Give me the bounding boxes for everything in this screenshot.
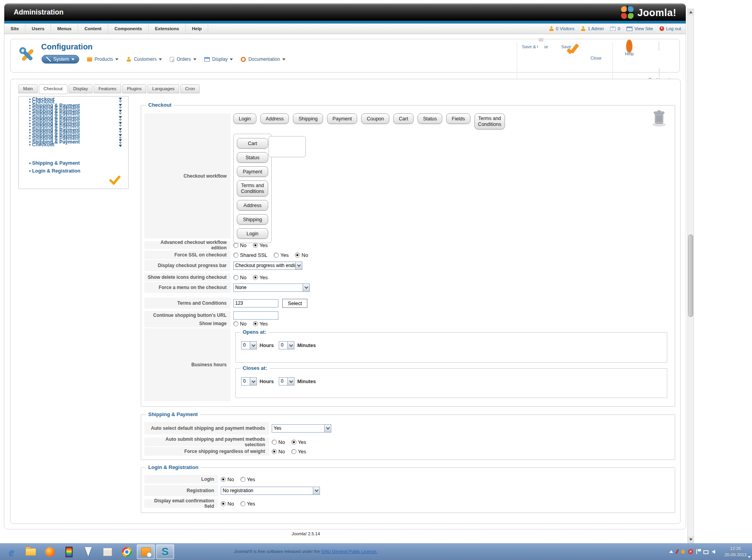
- sidebar-item-login-registration[interactable]: Login & Registration: [29, 167, 128, 175]
- opens-minutes-select[interactable]: 0: [279, 341, 294, 349]
- button-shipping[interactable]: Shipping: [293, 113, 323, 124]
- radio-shared-ssl[interactable]: Shared SSL: [233, 252, 267, 258]
- toolbar-save-close[interactable]: Save & Close: [519, 42, 551, 82]
- view-site-link[interactable]: View Site: [627, 26, 653, 31]
- gpl-license-link[interactable]: GNU General Public License.: [321, 549, 378, 554]
- radio-no[interactable]: No: [272, 439, 285, 445]
- submenu-system[interactable]: System: [42, 55, 79, 64]
- radio-no[interactable]: No: [233, 242, 247, 248]
- sidebar-item-glitch[interactable]: CheckoutCheckout: [29, 96, 128, 103]
- button-terms-and-conditions[interactable]: Terms and Conditions: [237, 180, 268, 196]
- radio-yes[interactable]: Yes: [253, 321, 268, 327]
- chevron-down-icon[interactable]: [119, 139, 122, 142]
- menu-site[interactable]: Site: [4, 24, 25, 34]
- toolbar-save[interactable]: Save: [551, 42, 581, 82]
- closes-hours-select[interactable]: 0: [241, 377, 257, 385]
- radio-no[interactable]: No: [272, 449, 285, 455]
- sidebar-item-shipping-payment[interactable]: Shipping & Payment: [29, 159, 128, 167]
- radio-no[interactable]: No: [233, 321, 247, 327]
- registration-select[interactable]: No registration: [221, 487, 320, 495]
- menu-extensions[interactable]: Extensions: [149, 24, 185, 34]
- progress-bar-select[interactable]: Checkout progress with ending: [233, 262, 302, 270]
- tab-display[interactable]: Display: [69, 84, 93, 93]
- radio-no[interactable]: No: [233, 275, 247, 280]
- dot-icon[interactable]: [681, 550, 685, 554]
- menu-components[interactable]: Components: [108, 24, 149, 34]
- button-shipping[interactable]: Shipping: [237, 214, 268, 225]
- submenu-customers[interactable]: Customers: [126, 56, 162, 62]
- scroll-down-arrow-icon[interactable]: [688, 536, 694, 543]
- chevron-down-icon[interactable]: [119, 145, 122, 147]
- chevron-down-icon[interactable]: [119, 134, 122, 136]
- menu-menus[interactable]: Menus: [51, 24, 78, 34]
- toolbar-close[interactable]: Close: [581, 42, 611, 82]
- opens-hours-select[interactable]: 0: [241, 341, 257, 349]
- logout-link[interactable]: Log out: [659, 26, 681, 31]
- sidebar-item-glitch[interactable]: Shipping & PaymentShipping & Payment: [29, 115, 128, 121]
- chevron-down-icon[interactable]: [119, 128, 122, 131]
- tab-main[interactable]: Main: [18, 84, 38, 93]
- chevron-down-icon[interactable]: [119, 98, 122, 100]
- sidebar-item-glitch[interactable]: Shipping & PaymentShipping & Payment: [29, 103, 128, 109]
- volume-icon[interactable]: [712, 550, 715, 554]
- submenu-products[interactable]: Products: [87, 56, 118, 62]
- messages-status[interactable]: 0: [610, 26, 620, 31]
- force-menu-select[interactable]: None: [233, 284, 310, 292]
- browser-scrollbar[interactable]: [687, 9, 694, 543]
- button-status[interactable]: Status: [237, 152, 268, 163]
- button-address[interactable]: Address: [260, 113, 289, 124]
- tab-plugins[interactable]: Plugins: [122, 84, 147, 93]
- sidebar-item-glitch[interactable]: Shipping & PaymentShipping & Payment: [29, 121, 128, 127]
- chevron-down-icon[interactable]: [119, 122, 122, 124]
- radio-yes[interactable]: Yes: [240, 501, 255, 507]
- button-address[interactable]: Address: [237, 200, 268, 211]
- chevron-down-icon[interactable]: [119, 142, 122, 144]
- closes-minutes-select[interactable]: 0: [279, 377, 294, 385]
- scrollbar-thumb[interactable]: [688, 235, 693, 317]
- radio-no[interactable]: No: [221, 501, 234, 507]
- network-icon[interactable]: [703, 550, 708, 554]
- button-coupon[interactable]: Coupon: [361, 113, 389, 124]
- tab-features[interactable]: Features: [94, 84, 121, 93]
- tab-cron[interactable]: Cron: [180, 84, 200, 93]
- tab-checkout[interactable]: Checkout: [39, 84, 67, 94]
- radio-yes[interactable]: Yes: [240, 476, 255, 482]
- submenu-orders[interactable]: Orders: [170, 56, 196, 62]
- button-login[interactable]: Login: [233, 113, 256, 124]
- sidebar-item-glitch[interactable]: Shipping & PaymentShipping & Payment: [29, 133, 128, 139]
- button-payment[interactable]: Payment: [327, 113, 357, 124]
- sidebar-item-glitch[interactable]: Shipping & PaymentShipping & Payment: [29, 127, 128, 133]
- brush-icon[interactable]: [675, 549, 679, 554]
- radio-no[interactable]: No: [295, 252, 308, 258]
- radio-yes[interactable]: Yes: [253, 242, 268, 248]
- menu-content[interactable]: Content: [78, 24, 108, 34]
- menu-help[interactable]: Help: [186, 24, 209, 34]
- scroll-up-arrow-icon[interactable]: [688, 9, 694, 15]
- workflow-drop-target[interactable]: [269, 136, 306, 157]
- button-login[interactable]: Login: [237, 228, 268, 239]
- menu-users[interactable]: Users: [25, 24, 51, 34]
- button-payment[interactable]: Payment: [237, 166, 268, 177]
- button-terms-and-conditions[interactable]: Terms and Conditions: [474, 113, 505, 129]
- submenu-display[interactable]: Display: [204, 56, 233, 62]
- button-cart[interactable]: Cart: [237, 138, 268, 149]
- radio-yes[interactable]: Yes: [291, 439, 306, 445]
- radio-yes[interactable]: Yes: [253, 275, 268, 280]
- terms-select-button[interactable]: Select: [282, 299, 307, 308]
- auto-select-select[interactable]: Yes: [272, 424, 331, 433]
- chevron-down-icon[interactable]: [119, 110, 122, 112]
- button-fields[interactable]: Fields: [446, 113, 470, 124]
- button-status[interactable]: Status: [418, 113, 442, 124]
- chevron-down-icon[interactable]: [119, 116, 122, 118]
- up-icon[interactable]: [669, 550, 673, 553]
- radio-no[interactable]: No: [221, 476, 234, 482]
- error-icon[interactable]: [688, 549, 693, 554]
- button-cart[interactable]: Cart: [393, 113, 414, 124]
- taskbar-chevron-icon[interactable]: [748, 556, 751, 558]
- toolbar-dashboard[interactable]: Dashboard: [644, 42, 674, 82]
- trash-icon[interactable]: [651, 109, 667, 128]
- sidebar-item-glitch[interactable]: Shipping & PaymentShipping & Payment: [29, 109, 128, 115]
- tab-languages[interactable]: Languages: [147, 84, 179, 93]
- submenu-documentation[interactable]: Documentation: [241, 56, 285, 62]
- radio-yes[interactable]: Yes: [274, 252, 289, 258]
